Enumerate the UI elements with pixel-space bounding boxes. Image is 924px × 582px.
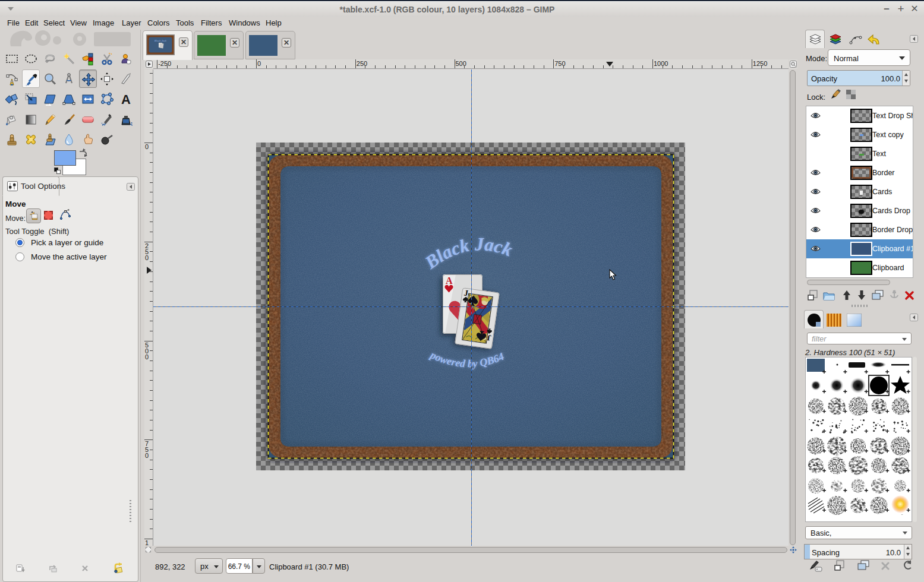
svg-text:Black Jack: Black Jack bbox=[154, 39, 167, 42]
svg-text:A: A bbox=[121, 93, 131, 106]
svg-text:A: A bbox=[446, 276, 453, 286]
